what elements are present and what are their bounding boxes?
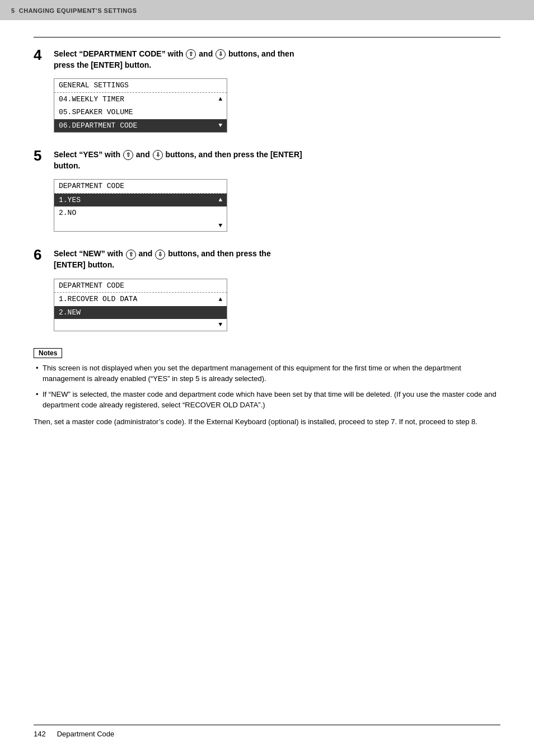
lcd-4-row-2: 05.SPEAKER VOLUME — [54, 106, 227, 119]
main-content: 4 Select “DEPARTMENT CODE” with ⇧ and ⇩ … — [0, 37, 534, 450]
step-5-section: 5 Select “YES” with ⇧ and ⇩ buttons, and… — [34, 149, 500, 232]
chapter-title: CHANGING EQUIPMENT'S SETTINGS — [19, 7, 137, 14]
lcd-4-row-3-arrow: ▼ — [218, 121, 222, 130]
lcd-6-row-2-text: 2.NEW — [59, 307, 222, 318]
notes-item-2: If “NEW” is selected, the master code an… — [34, 389, 500, 411]
lcd-5-row-3-arrow: ▼ — [218, 221, 222, 231]
lcd-5-row-1-text: 1.YES — [59, 195, 216, 206]
notes-paragraph: Then, set a master code (administrator’s… — [34, 416, 500, 428]
lcd-4-row-1-arrow: ▲ — [218, 95, 222, 104]
step-4-header: 4 Select “DEPARTMENT CODE” with ⇧ and ⇩ … — [34, 49, 500, 71]
step-4-and-2: buttons, and thenpress the [ENTER] butto… — [54, 49, 294, 69]
step-6-and-1: and — [138, 249, 154, 258]
step-6-header: 6 Select “NEW” with ⇧ and ⇩ buttons, and… — [34, 248, 500, 270]
lcd-6-header-text: DEPARTMENT CODE — [59, 280, 222, 292]
step-6-lcd: DEPARTMENT CODE 1.RECOVER OLD DATA ▲ 2.N… — [54, 279, 227, 331]
notes-label: Notes — [34, 348, 62, 358]
step-5-number: 5 — [34, 148, 54, 163]
footer-page: 142 — [34, 730, 46, 738]
down-button-icon-5: ⇩ — [153, 150, 163, 160]
notes-list: This screen is not displayed when you se… — [34, 363, 500, 411]
chapter-header: 5 CHANGING EQUIPMENT'S SETTINGS — [0, 0, 534, 20]
notes-section: Notes This screen is not displayed when … — [34, 348, 500, 428]
step-5-text: Select “YES” with ⇧ and ⇩ buttons, and t… — [54, 149, 302, 171]
lcd-6-row-3-arrow: ▼ — [218, 320, 222, 330]
step-5-header: 5 Select “YES” with ⇧ and ⇩ buttons, and… — [34, 149, 500, 171]
up-button-icon-6: ⇧ — [126, 250, 136, 260]
footer: 142 Department Code — [34, 730, 114, 738]
notes-item-1: This screen is not displayed when you se… — [34, 363, 500, 384]
lcd-5-header-row: DEPARTMENT CODE — [54, 180, 227, 194]
down-button-icon-4: ⇩ — [216, 49, 226, 59]
step-6-text: Select “NEW” with ⇧ and ⇩ buttons, and t… — [54, 248, 271, 270]
lcd-5-row-1: 1.YES ▲ — [54, 194, 227, 207]
step-5-lcd: DEPARTMENT CODE 1.YES ▲ 2.NO ▼ — [54, 179, 227, 232]
lcd-4-row-3: 06.DEPARTMENT CODE ▼ — [54, 119, 227, 133]
lcd-5-row-3: ▼ — [54, 220, 227, 232]
step-6-section: 6 Select “NEW” with ⇧ and ⇩ buttons, and… — [34, 248, 500, 331]
step-4-text: Select “DEPARTMENT CODE” with ⇧ and ⇩ bu… — [54, 49, 294, 71]
down-button-icon-6: ⇩ — [155, 250, 165, 260]
lcd-6-row-1-arrow: ▲ — [218, 295, 222, 304]
lcd-5-row-1-arrow: ▲ — [218, 195, 222, 205]
lcd-5-header-text: DEPARTMENT CODE — [59, 181, 222, 192]
step-5-and-2: buttons, and then press the [ENTER]butto… — [54, 150, 302, 170]
lcd-5-row-2-text: 2.NO — [59, 208, 222, 219]
lcd-6-row-3: ▼ — [54, 319, 227, 331]
step-6-number: 6 — [34, 247, 54, 262]
bottom-divider — [34, 725, 500, 725]
lcd-6-row-1-text: 1.RECOVER OLD DATA — [59, 294, 216, 305]
chapter-number: 5 — [11, 7, 15, 14]
lcd-5-row-2: 2.NO — [54, 206, 227, 220]
chapter-label: 5 CHANGING EQUIPMENT'S SETTINGS — [11, 7, 137, 14]
step-4-lcd: GENERAL SETTINGS 04.WEEKLY TIMER ▲ 05.SP… — [54, 78, 227, 133]
lcd-4-row-2-text: 05.SPEAKER VOLUME — [59, 107, 222, 118]
lcd-6-row-1: 1.RECOVER OLD DATA ▲ — [54, 293, 227, 306]
step-4-number: 4 — [34, 48, 54, 62]
step-4-and-1: and — [199, 49, 215, 58]
footer-section: Department Code — [57, 730, 115, 738]
lcd-4-header-text: GENERAL SETTINGS — [59, 80, 222, 91]
lcd-4-row-1-text: 04.WEEKLY TIMER — [59, 94, 216, 105]
lcd-4-row-3-text: 06.DEPARTMENT CODE — [59, 120, 216, 132]
up-button-icon-5: ⇧ — [123, 150, 133, 160]
lcd-4-row-1: 04.WEEKLY TIMER ▲ — [54, 93, 227, 106]
step-5-and-1: and — [136, 150, 152, 159]
up-button-icon-4: ⇧ — [186, 49, 196, 59]
step-4-section: 4 Select “DEPARTMENT CODE” with ⇧ and ⇩ … — [34, 49, 500, 133]
lcd-6-row-2: 2.NEW — [54, 306, 227, 320]
lcd-6-header-row: DEPARTMENT CODE — [54, 279, 227, 293]
lcd-4-header-row: GENERAL SETTINGS — [54, 79, 227, 93]
